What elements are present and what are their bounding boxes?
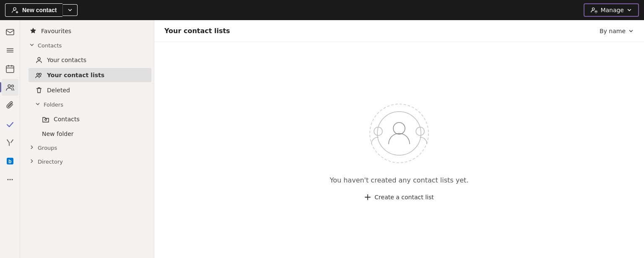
svg-point-0 xyxy=(13,8,16,10)
create-list-label: Create a contact list xyxy=(374,194,434,201)
sidebar-your-contacts-label: Your contacts xyxy=(47,57,86,63)
empty-text: You haven't created any contact lists ye… xyxy=(330,175,469,185)
sidebar-item-new-folder[interactable]: New folder xyxy=(35,127,151,141)
main-layout: b Favourites xyxy=(0,20,644,258)
rail-menu-icon[interactable] xyxy=(2,42,18,59)
chevron-down-icon xyxy=(29,42,34,49)
person-icon xyxy=(35,56,43,64)
sidebar-item-your-contacts[interactable]: Your contacts xyxy=(29,53,151,67)
topbar-right: Manage xyxy=(584,3,639,17)
new-contact-dropdown-btn[interactable] xyxy=(62,4,78,16)
new-contact-icon xyxy=(11,6,19,14)
manage-button[interactable]: Manage xyxy=(584,3,639,17)
chevron-down-folders-icon xyxy=(35,102,40,108)
topbar-left: New contact xyxy=(5,3,78,17)
manage-chevron-icon xyxy=(626,7,632,13)
dropdown-chevron-icon xyxy=(67,7,73,13)
content-header: Your contact lists By name xyxy=(154,20,644,42)
svg-point-21 xyxy=(393,122,405,134)
content-title: Your contact lists xyxy=(164,27,230,35)
svg-point-13 xyxy=(9,179,10,180)
sidebar-item-contacts-folder[interactable]: Contacts xyxy=(35,112,151,126)
sidebar-deleted-label: Deleted xyxy=(47,87,70,94)
sidebar-groups-section[interactable]: Groups xyxy=(23,141,151,154)
sidebar-contact-lists-label: Your contact lists xyxy=(47,72,104,78)
sidebar-contacts-label: Contacts xyxy=(38,42,62,49)
icon-rail: b xyxy=(0,20,20,258)
new-contact-button-group[interactable]: New contact xyxy=(5,3,78,17)
empty-illustration xyxy=(366,100,433,167)
sidebar-item-favourites[interactable]: Favourites xyxy=(23,24,151,38)
sidebar-directory-label: Directory xyxy=(38,159,63,165)
sidebar-contacts-section[interactable]: Contacts xyxy=(23,39,151,52)
svg-point-18 xyxy=(45,119,47,120)
svg-point-15 xyxy=(38,57,40,60)
rail-yammer-icon[interactable] xyxy=(2,134,18,151)
sidebar-folders-section[interactable]: Folders xyxy=(29,98,151,111)
svg-point-1 xyxy=(592,8,595,10)
svg-rect-7 xyxy=(6,66,14,73)
topbar: New contact Manage xyxy=(0,0,644,20)
sort-button[interactable]: By name xyxy=(600,28,634,34)
svg-point-2 xyxy=(596,11,597,12)
new-contact-main-btn[interactable]: New contact xyxy=(5,3,62,17)
folder-contacts-icon xyxy=(42,115,49,123)
svg-point-12 xyxy=(7,179,8,180)
rail-paperclip-icon[interactable] xyxy=(2,97,18,114)
sidebar: Favourites Contacts Your contacts xyxy=(20,20,154,258)
empty-state: You haven't created any contact lists ye… xyxy=(154,42,644,258)
rail-more-icon[interactable] xyxy=(2,171,18,188)
sidebar-item-contact-lists[interactable]: Your contact lists xyxy=(29,68,151,82)
star-icon xyxy=(29,27,37,35)
svg-point-8 xyxy=(8,85,10,87)
contact-lists-icon xyxy=(35,71,43,79)
chevron-right-directory-icon xyxy=(29,159,34,165)
plus-icon xyxy=(364,194,371,201)
rail-tasks-icon[interactable] xyxy=(2,116,18,133)
sidebar-favourites-label: Favourites xyxy=(41,28,71,34)
create-list-button[interactable]: Create a contact list xyxy=(364,194,434,201)
sidebar-item-deleted[interactable]: Deleted xyxy=(29,83,151,97)
sidebar-new-folder-label: New folder xyxy=(42,130,74,137)
sidebar-contacts-folder-label: Contacts xyxy=(54,116,80,122)
manage-icon xyxy=(590,6,598,14)
svg-point-9 xyxy=(11,85,13,87)
sidebar-groups-label: Groups xyxy=(38,145,57,151)
sidebar-folders-label: Folders xyxy=(44,102,63,108)
svg-point-17 xyxy=(39,73,42,76)
svg-point-16 xyxy=(37,73,39,76)
svg-point-14 xyxy=(11,179,13,180)
sidebar-directory-section[interactable]: Directory xyxy=(23,155,151,168)
content-area: Your contact lists By name xyxy=(154,20,644,258)
sort-label: By name xyxy=(600,28,626,34)
rail-bookings-icon[interactable]: b xyxy=(2,153,18,169)
trash-icon xyxy=(35,86,43,94)
rail-calendar-icon[interactable] xyxy=(2,60,18,77)
svg-rect-3 xyxy=(6,29,14,35)
rail-people-icon[interactable] xyxy=(2,79,18,96)
svg-text:b: b xyxy=(8,159,11,164)
sort-chevron-icon xyxy=(628,28,634,34)
rail-mail-icon[interactable] xyxy=(2,23,18,40)
chevron-right-groups-icon xyxy=(29,145,34,151)
